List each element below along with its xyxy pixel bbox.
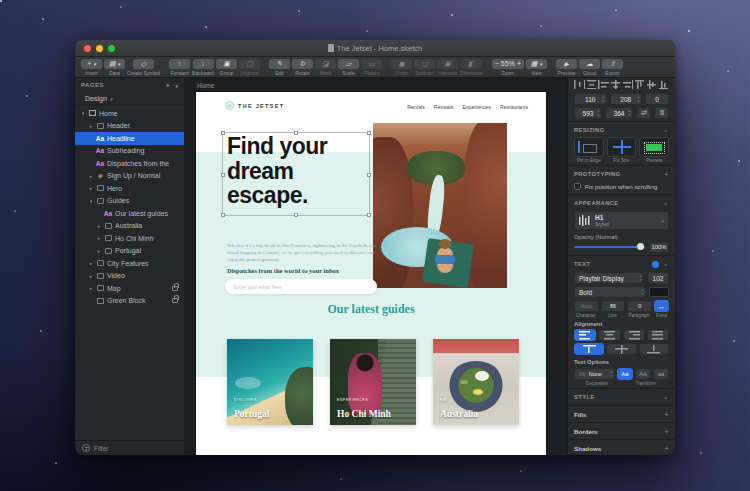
decoration-dropdown[interactable]: Ab None ▴▾ bbox=[574, 368, 615, 380]
layer-ho-chi-minh[interactable]: Ho Chi Minh bbox=[75, 232, 184, 245]
toolbar-forward-button[interactable]: Forward bbox=[169, 59, 190, 76]
toolbar-export-button[interactable]: Export bbox=[602, 59, 623, 76]
layer-home[interactable]: Home bbox=[75, 107, 184, 120]
align-left-button[interactable] bbox=[598, 79, 609, 90]
transform-uppercase-button[interactable]: AA bbox=[635, 368, 651, 380]
line-spacing-field[interactable]: 86 bbox=[601, 300, 626, 312]
selection-handle[interactable] bbox=[221, 131, 225, 135]
y-position-field[interactable]: 208 ▴▾ bbox=[610, 93, 643, 105]
canvas[interactable]: Home THE JETSET Rentals Retreats Experie… bbox=[185, 78, 567, 455]
selection-handle[interactable] bbox=[367, 173, 371, 177]
disclosure-closed-icon[interactable] bbox=[95, 235, 103, 241]
add-page-button[interactable] bbox=[165, 82, 170, 89]
toolbar-backward-button[interactable]: Backward bbox=[192, 59, 214, 76]
email-input[interactable]: Enter your email here bbox=[225, 279, 377, 294]
zoom-out-button[interactable] bbox=[495, 59, 499, 69]
layer-dispatches[interactable]: Aa Dispatches from the bbox=[75, 157, 184, 170]
distribute-vertical-button[interactable] bbox=[586, 79, 597, 90]
intro-paragraph[interactable]: Whether it's a city break in San Francis… bbox=[227, 242, 381, 263]
distribute-horizontal-button[interactable] bbox=[574, 79, 585, 90]
add-border-button[interactable]: + bbox=[664, 427, 669, 436]
layer-our-latest-guides[interactable]: Aa Our latest guides bbox=[75, 207, 184, 220]
fills-row[interactable]: Fills + bbox=[574, 408, 669, 420]
add-fill-button[interactable]: + bbox=[664, 410, 669, 419]
disclosure-closed-icon[interactable] bbox=[87, 285, 95, 291]
paragraph-spacing-field[interactable]: 0 bbox=[627, 300, 652, 312]
selection-handle[interactable] bbox=[367, 213, 371, 217]
font-weight-dropdown[interactable]: Bold ▴▾ bbox=[574, 286, 646, 298]
font-size-field[interactable]: 102 bbox=[647, 272, 669, 284]
fixed-width-button[interactable] bbox=[654, 300, 669, 312]
vertical-align-bottom-button[interactable] bbox=[639, 343, 669, 355]
toolbar-group-button[interactable]: Group bbox=[216, 59, 237, 76]
toolbar-view-button[interactable]: View bbox=[526, 59, 547, 76]
fix-size-option[interactable]: Fix Size bbox=[607, 137, 637, 163]
align-middle-button[interactable] bbox=[646, 79, 657, 90]
pin-to-edge-option[interactable]: Pin to Edge bbox=[574, 137, 604, 163]
layer-city-features[interactable]: City Features bbox=[75, 257, 184, 270]
toolbar-cloud-button[interactable]: Cloud bbox=[579, 59, 600, 76]
opacity-value-field[interactable]: 100% bbox=[649, 242, 669, 253]
disclosure-open-icon[interactable] bbox=[79, 110, 87, 116]
layer-header[interactable]: Header bbox=[75, 120, 184, 133]
layer-video[interactable]: Video bbox=[75, 270, 184, 283]
shadows-row[interactable]: Shadows + bbox=[574, 442, 669, 454]
disclosure-closed-icon[interactable] bbox=[87, 123, 95, 129]
font-family-dropdown[interactable]: Playfair Display ▴▾ bbox=[574, 272, 644, 284]
zoom-in-button[interactable] bbox=[517, 59, 521, 69]
text-style-sync-icon[interactable] bbox=[652, 261, 659, 268]
disclosure-closed-icon[interactable] bbox=[87, 273, 95, 279]
layer-green-block[interactable]: Green Block bbox=[75, 295, 184, 308]
headline-text[interactable]: Find your dream escape. bbox=[227, 134, 327, 208]
filter-bar[interactable]: Filter bbox=[75, 440, 184, 455]
appearance-header[interactable]: APPEARANCE ⌄ bbox=[574, 197, 669, 209]
toolbar-rotate-button[interactable]: Rotate bbox=[292, 59, 313, 76]
text-align-justify-button[interactable] bbox=[647, 329, 669, 341]
text-section-header[interactable]: TEXT ⌄ bbox=[574, 258, 669, 270]
nav-experiences[interactable]: Experiences bbox=[462, 104, 491, 110]
text-align-right-button[interactable] bbox=[623, 329, 645, 341]
titlebar[interactable]: The Jetset - Home.sketch bbox=[75, 40, 675, 57]
add-shadow-button[interactable]: + bbox=[664, 444, 669, 453]
nav-rentals[interactable]: Rentals bbox=[407, 104, 425, 110]
hero-image[interactable] bbox=[373, 123, 507, 288]
toolbar-edit-button[interactable]: Edit bbox=[269, 59, 290, 76]
disclosure-closed-icon[interactable] bbox=[87, 173, 95, 179]
text-align-left-button[interactable] bbox=[574, 329, 596, 341]
style-section-header[interactable]: STYLE ⌄ bbox=[574, 391, 669, 403]
opacity-slider[interactable] bbox=[574, 246, 645, 248]
toolbar-create-symbol-button[interactable]: Create Symbol bbox=[127, 59, 160, 76]
fix-position-checkbox[interactable] bbox=[574, 183, 581, 190]
card-portugal[interactable]: Discover Portugal bbox=[227, 339, 313, 425]
toolbar-preview-button[interactable]: Preview bbox=[556, 59, 577, 76]
site-logo[interactable]: THE JETSET bbox=[225, 101, 284, 110]
lock-icon[interactable] bbox=[172, 298, 178, 303]
opacity-slider-knob[interactable] bbox=[637, 243, 644, 250]
x-position-field[interactable]: 110 ▴▾ bbox=[574, 93, 607, 105]
toolbar-scale-button[interactable]: Scale bbox=[338, 59, 359, 76]
toolbar-insert-button[interactable]: Insert bbox=[81, 59, 102, 76]
nav-restaurants[interactable]: Restaurants bbox=[500, 104, 528, 110]
artboard-title[interactable]: Home bbox=[197, 82, 214, 89]
borders-row[interactable]: Borders + bbox=[574, 425, 669, 437]
artboard-home[interactable]: THE JETSET Rentals Retreats Experiences … bbox=[196, 92, 546, 455]
flip-vertical-button[interactable] bbox=[654, 107, 669, 119]
resizing-header[interactable]: RESIZING ⌄ bbox=[574, 124, 669, 136]
dispatches-heading[interactable]: Dispatches from the world to your inbox bbox=[227, 267, 339, 274]
selection-handle[interactable] bbox=[367, 131, 371, 135]
transform-capitalize-button[interactable]: Aa bbox=[617, 368, 633, 380]
character-spacing-field[interactable]: Auto bbox=[574, 300, 599, 312]
layer-signup[interactable]: ◈ Sign Up / Normal bbox=[75, 170, 184, 183]
layer-hero[interactable]: Hero bbox=[75, 182, 184, 195]
rotation-field[interactable]: 0 bbox=[645, 93, 669, 105]
vertical-align-top-button[interactable] bbox=[574, 343, 604, 355]
selection-handle[interactable] bbox=[294, 213, 298, 217]
align-center-h-button[interactable] bbox=[610, 79, 621, 90]
resizing-preview[interactable]: Preview bbox=[639, 137, 669, 163]
text-style-dropdown[interactable]: H1 Styled bbox=[574, 211, 669, 230]
align-top-button[interactable] bbox=[634, 79, 645, 90]
layer-portugal[interactable]: Portugal bbox=[75, 245, 184, 258]
text-color-swatch[interactable] bbox=[649, 287, 669, 297]
align-bottom-button[interactable] bbox=[658, 79, 669, 90]
lock-icon[interactable] bbox=[172, 286, 178, 291]
